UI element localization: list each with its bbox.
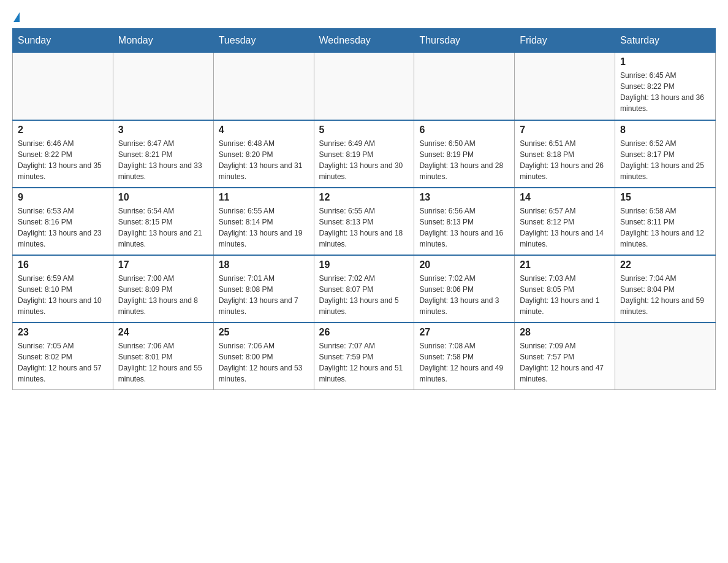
day-info: Sunrise: 7:02 AM Sunset: 8:06 PM Dayligh…: [419, 273, 509, 317]
calendar-cell: 6Sunrise: 6:50 AM Sunset: 8:19 PM Daylig…: [414, 120, 515, 188]
calendar-cell: 18Sunrise: 7:01 AM Sunset: 8:08 PM Dayli…: [213, 255, 314, 323]
day-info: Sunrise: 7:05 AM Sunset: 8:02 PM Dayligh…: [18, 340, 108, 385]
calendar-cell: [515, 53, 615, 120]
calendar-cell: 16Sunrise: 6:59 AM Sunset: 8:10 PM Dayli…: [13, 255, 113, 323]
day-number: 17: [118, 259, 208, 270]
calendar-cell: 11Sunrise: 6:55 AM Sunset: 8:14 PM Dayli…: [213, 188, 314, 255]
calendar-header-row: SundayMondayTuesdayWednesdayThursdayFrid…: [13, 29, 716, 53]
calendar-cell: 22Sunrise: 7:04 AM Sunset: 8:04 PM Dayli…: [615, 255, 716, 323]
day-info: Sunrise: 6:59 AM Sunset: 8:10 PM Dayligh…: [18, 273, 108, 317]
day-info: Sunrise: 6:49 AM Sunset: 8:19 PM Dayligh…: [319, 138, 409, 182]
day-number: 14: [520, 192, 610, 203]
day-info: Sunrise: 6:56 AM Sunset: 8:13 PM Dayligh…: [419, 205, 509, 250]
day-info: Sunrise: 6:52 AM Sunset: 8:17 PM Dayligh…: [620, 138, 710, 182]
day-number: 18: [219, 259, 309, 270]
day-info: Sunrise: 6:55 AM Sunset: 8:13 PM Dayligh…: [319, 205, 409, 250]
calendar-cell: 24Sunrise: 7:06 AM Sunset: 8:01 PM Dayli…: [113, 323, 213, 390]
calendar-cell: 5Sunrise: 6:49 AM Sunset: 8:19 PM Daylig…: [314, 120, 414, 188]
calendar-cell: [213, 53, 314, 120]
day-number: 1: [620, 56, 710, 67]
day-info: Sunrise: 6:47 AM Sunset: 8:21 PM Dayligh…: [118, 138, 208, 182]
calendar-week-row: 16Sunrise: 6:59 AM Sunset: 8:10 PM Dayli…: [13, 255, 716, 323]
calendar-cell: 17Sunrise: 7:00 AM Sunset: 8:09 PM Dayli…: [113, 255, 213, 323]
day-number: 12: [319, 192, 409, 203]
calendar-cell: 21Sunrise: 7:03 AM Sunset: 8:05 PM Dayli…: [515, 255, 615, 323]
day-number: 28: [520, 327, 610, 338]
calendar-cell: 14Sunrise: 6:57 AM Sunset: 8:12 PM Dayli…: [515, 188, 615, 255]
calendar-cell: 15Sunrise: 6:58 AM Sunset: 8:11 PM Dayli…: [615, 188, 716, 255]
calendar-week-row: 9Sunrise: 6:53 AM Sunset: 8:16 PM Daylig…: [13, 188, 716, 255]
calendar-cell: 25Sunrise: 7:06 AM Sunset: 8:00 PM Dayli…: [213, 323, 314, 390]
day-info: Sunrise: 7:09 AM Sunset: 7:57 PM Dayligh…: [520, 340, 610, 385]
day-info: Sunrise: 6:48 AM Sunset: 8:20 PM Dayligh…: [219, 138, 309, 182]
calendar-cell: 10Sunrise: 6:54 AM Sunset: 8:15 PM Dayli…: [113, 188, 213, 255]
weekday-header-friday: Friday: [515, 29, 615, 53]
day-number: 15: [620, 192, 710, 203]
day-info: Sunrise: 7:04 AM Sunset: 8:04 PM Dayligh…: [620, 273, 710, 317]
day-info: Sunrise: 7:06 AM Sunset: 8:01 PM Dayligh…: [118, 340, 208, 385]
day-info: Sunrise: 7:03 AM Sunset: 8:05 PM Dayligh…: [520, 273, 610, 317]
calendar-cell: 1Sunrise: 6:45 AM Sunset: 8:22 PM Daylig…: [615, 53, 716, 120]
calendar-cell: 7Sunrise: 6:51 AM Sunset: 8:18 PM Daylig…: [515, 120, 615, 188]
day-info: Sunrise: 6:55 AM Sunset: 8:14 PM Dayligh…: [219, 205, 309, 250]
day-number: 5: [319, 124, 409, 136]
weekday-header-monday: Monday: [113, 29, 213, 53]
logo: [12, 12, 20, 22]
day-number: 7: [520, 124, 610, 136]
calendar-cell: 23Sunrise: 7:05 AM Sunset: 8:02 PM Dayli…: [13, 323, 113, 390]
day-number: 23: [18, 327, 108, 338]
weekday-header-sunday: Sunday: [13, 29, 113, 53]
day-info: Sunrise: 7:00 AM Sunset: 8:09 PM Dayligh…: [118, 273, 208, 317]
day-info: Sunrise: 6:45 AM Sunset: 8:22 PM Dayligh…: [620, 70, 710, 114]
calendar-cell: 2Sunrise: 6:46 AM Sunset: 8:22 PM Daylig…: [13, 120, 113, 188]
calendar-week-row: 2Sunrise: 6:46 AM Sunset: 8:22 PM Daylig…: [13, 120, 716, 188]
day-number: 26: [319, 327, 409, 338]
day-number: 11: [219, 192, 309, 203]
day-info: Sunrise: 7:01 AM Sunset: 8:08 PM Dayligh…: [219, 273, 309, 317]
day-info: Sunrise: 7:07 AM Sunset: 7:59 PM Dayligh…: [319, 340, 409, 385]
day-info: Sunrise: 6:58 AM Sunset: 8:11 PM Dayligh…: [620, 205, 710, 250]
logo-triangle-icon: [13, 12, 20, 22]
weekday-header-saturday: Saturday: [615, 29, 716, 53]
calendar-cell: [113, 53, 213, 120]
calendar-cell: [615, 323, 716, 390]
calendar-cell: 4Sunrise: 6:48 AM Sunset: 8:20 PM Daylig…: [213, 120, 314, 188]
calendar-week-row: 23Sunrise: 7:05 AM Sunset: 8:02 PM Dayli…: [13, 323, 716, 390]
day-info: Sunrise: 7:06 AM Sunset: 8:00 PM Dayligh…: [219, 340, 309, 385]
day-number: 21: [520, 259, 610, 270]
calendar-cell: 3Sunrise: 6:47 AM Sunset: 8:21 PM Daylig…: [113, 120, 213, 188]
day-info: Sunrise: 6:53 AM Sunset: 8:16 PM Dayligh…: [18, 205, 108, 250]
calendar-cell: 27Sunrise: 7:08 AM Sunset: 7:58 PM Dayli…: [414, 323, 515, 390]
day-number: 22: [620, 259, 710, 270]
day-info: Sunrise: 6:57 AM Sunset: 8:12 PM Dayligh…: [520, 205, 610, 250]
weekday-header-tuesday: Tuesday: [213, 29, 314, 53]
calendar-cell: 19Sunrise: 7:02 AM Sunset: 8:07 PM Dayli…: [314, 255, 414, 323]
day-number: 20: [419, 259, 509, 270]
day-info: Sunrise: 7:02 AM Sunset: 8:07 PM Dayligh…: [319, 273, 409, 317]
day-info: Sunrise: 6:46 AM Sunset: 8:22 PM Dayligh…: [18, 138, 108, 182]
day-info: Sunrise: 6:54 AM Sunset: 8:15 PM Dayligh…: [118, 205, 208, 250]
calendar-table: SundayMondayTuesdayWednesdayThursdayFrid…: [12, 28, 716, 390]
day-number: 16: [18, 259, 108, 270]
calendar-cell: 9Sunrise: 6:53 AM Sunset: 8:16 PM Daylig…: [13, 188, 113, 255]
day-info: Sunrise: 6:51 AM Sunset: 8:18 PM Dayligh…: [520, 138, 610, 182]
day-number: 10: [118, 192, 208, 203]
calendar-cell: 13Sunrise: 6:56 AM Sunset: 8:13 PM Dayli…: [414, 188, 515, 255]
page-header: [12, 12, 716, 22]
day-number: 8: [620, 124, 710, 136]
day-number: 4: [219, 124, 309, 136]
calendar-cell: [414, 53, 515, 120]
calendar-cell: 20Sunrise: 7:02 AM Sunset: 8:06 PM Dayli…: [414, 255, 515, 323]
day-info: Sunrise: 7:08 AM Sunset: 7:58 PM Dayligh…: [419, 340, 509, 385]
day-info: Sunrise: 6:50 AM Sunset: 8:19 PM Dayligh…: [419, 138, 509, 182]
day-number: 9: [18, 192, 108, 203]
day-number: 2: [18, 124, 108, 136]
day-number: 24: [118, 327, 208, 338]
calendar-week-row: 1Sunrise: 6:45 AM Sunset: 8:22 PM Daylig…: [13, 53, 716, 120]
calendar-cell: 8Sunrise: 6:52 AM Sunset: 8:17 PM Daylig…: [615, 120, 716, 188]
weekday-header-wednesday: Wednesday: [314, 29, 414, 53]
calendar-cell: 26Sunrise: 7:07 AM Sunset: 7:59 PM Dayli…: [314, 323, 414, 390]
day-number: 19: [319, 259, 409, 270]
weekday-header-thursday: Thursday: [414, 29, 515, 53]
calendar-cell: [13, 53, 113, 120]
